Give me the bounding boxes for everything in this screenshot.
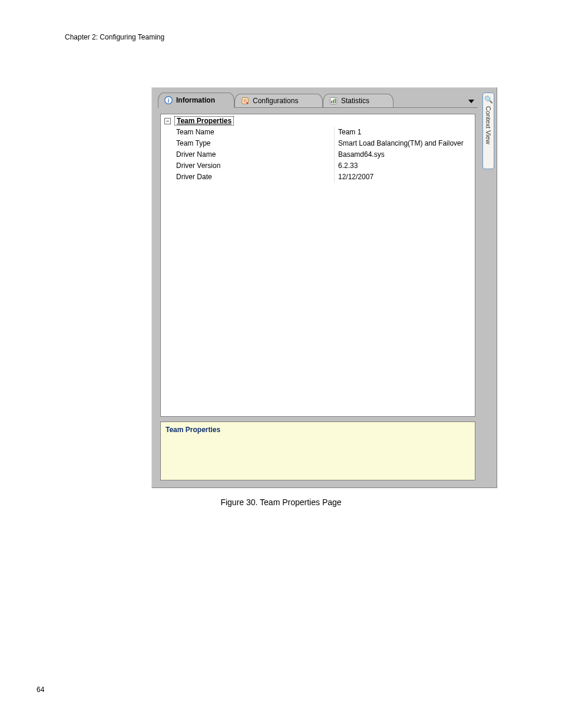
property-value: 12/12/2007 xyxy=(335,172,475,183)
property-group-header[interactable]: − Team Properties xyxy=(161,114,475,127)
tab-configurations-label: Configurations xyxy=(253,97,298,105)
property-value: Basamd64.sys xyxy=(335,149,475,160)
property-value: Smart Load Balancing(TM) and Failover xyxy=(335,138,475,149)
property-value: 6.2.33 xyxy=(335,160,475,172)
svg-text:i: i xyxy=(168,97,170,104)
tab-row: i Information Configurations xyxy=(158,91,478,108)
property-label: Driver Name xyxy=(161,149,335,160)
tab-configurations[interactable]: Configurations xyxy=(234,94,323,108)
svg-rect-5 xyxy=(333,100,334,103)
svg-rect-6 xyxy=(335,98,336,103)
property-grid: − Team Properties Team Name Team 1 Team … xyxy=(160,114,475,417)
screenshot-panel: 🔍 Context View i Information xyxy=(151,87,497,488)
property-label: Driver Version xyxy=(161,160,335,172)
figure-caption: Figure 30. Team Properties Page xyxy=(0,498,562,507)
page-number: 64 xyxy=(37,686,44,694)
property-row[interactable]: Team Name Team 1 xyxy=(161,127,475,138)
tab-statistics-label: Statistics xyxy=(341,97,369,105)
magnifier-icon: 🔍 xyxy=(483,95,494,104)
property-row[interactable]: Team Type Smart Load Balancing(TM) and F… xyxy=(161,138,475,149)
tab-information-label: Information xyxy=(176,96,215,104)
property-label: Team Name xyxy=(161,127,335,138)
property-row[interactable]: Driver Name Basamd64.sys xyxy=(161,149,475,160)
config-icon xyxy=(241,97,249,105)
collapse-icon[interactable]: − xyxy=(164,118,171,124)
stats-icon xyxy=(329,97,338,105)
property-label: Driver Date xyxy=(161,172,335,183)
tab-overflow-button[interactable] xyxy=(467,97,475,106)
details-panel: Team Properties xyxy=(160,421,475,480)
svg-rect-4 xyxy=(331,101,332,103)
tab-information[interactable]: i Information xyxy=(158,93,234,108)
document-page: Chapter 2: Configuring Teaming 🔍 Context… xyxy=(0,0,562,728)
tab-statistics[interactable]: Statistics xyxy=(323,94,394,108)
info-icon: i xyxy=(164,96,173,104)
context-view-tab[interactable]: 🔍 Context View xyxy=(482,93,494,169)
details-title: Team Properties xyxy=(166,426,470,434)
property-label: Team Type xyxy=(161,138,335,149)
property-value: Team 1 xyxy=(335,127,475,138)
context-view-label: Context View xyxy=(485,106,492,144)
property-group-title: Team Properties xyxy=(177,117,232,125)
property-group-title-focus: Team Properties xyxy=(174,116,234,126)
property-row[interactable]: Driver Date 12/12/2007 xyxy=(161,172,475,183)
property-row[interactable]: Driver Version 6.2.33 xyxy=(161,160,475,172)
chapter-heading: Chapter 2: Configuring Teaming xyxy=(65,33,164,41)
